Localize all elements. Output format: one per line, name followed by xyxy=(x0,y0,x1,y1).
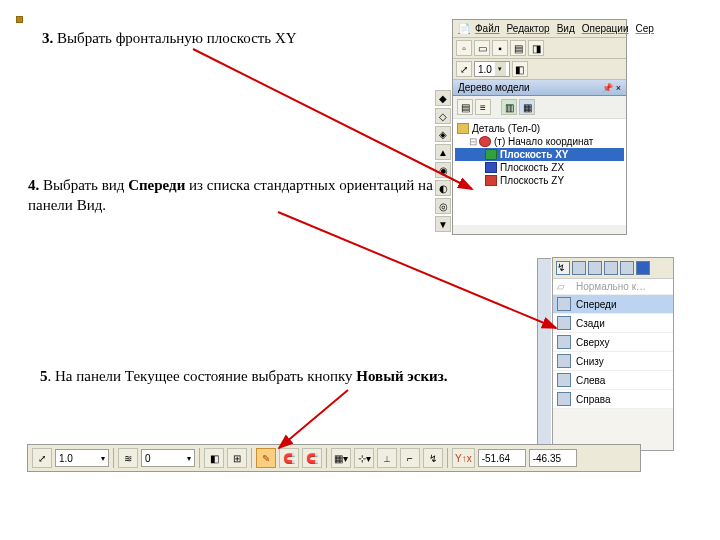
svg-line-0 xyxy=(193,49,472,189)
orientation-top[interactable]: Сверху xyxy=(553,333,673,352)
view-cube-icon[interactable] xyxy=(604,261,618,275)
save-icon[interactable]: ▪ xyxy=(492,40,508,56)
orientation-front[interactable]: Спереди xyxy=(553,295,673,314)
orientation-left[interactable]: Слева xyxy=(553,371,673,390)
axes-icon[interactable]: ↯ xyxy=(556,261,570,275)
lt-icon[interactable]: ◐ xyxy=(435,180,451,196)
panel-title: Дерево модели xyxy=(458,82,530,93)
view-cube-icon[interactable] xyxy=(572,261,586,275)
part-icon xyxy=(457,123,469,134)
svg-line-2 xyxy=(279,390,348,448)
menu-file[interactable]: Файл xyxy=(475,23,500,34)
lt-icon[interactable]: ◎ xyxy=(435,198,451,214)
orientation-bottom[interactable]: Снизу xyxy=(553,352,673,371)
plane-zy-icon xyxy=(485,175,497,186)
cube-icon xyxy=(557,392,571,406)
panel-controls[interactable]: 📌× xyxy=(599,82,621,93)
tool-icon[interactable]: ◧ xyxy=(512,61,528,77)
lt-icon[interactable]: ◈ xyxy=(435,126,451,142)
lt-icon[interactable]: ◉ xyxy=(435,162,451,178)
orientation-toolbar: ↯ xyxy=(553,258,673,279)
layer-combo[interactable]: 0▾ xyxy=(141,449,195,467)
new-sketch-button[interactable]: ✎ xyxy=(256,448,276,468)
grid-icon[interactable]: ▦▾ xyxy=(331,448,351,468)
step-3-text: 3. Выбрать фронтальную плоскость XY xyxy=(42,30,297,47)
tool-icon[interactable]: ⌐ xyxy=(400,448,420,468)
fit-icon[interactable]: ⤢ xyxy=(32,448,52,468)
plane-icon: ▱ xyxy=(557,281,571,292)
view-cube-icon[interactable] xyxy=(588,261,602,275)
fit-icon[interactable]: ⤢ xyxy=(456,61,472,77)
cube-icon xyxy=(557,335,571,349)
lt-icon[interactable]: ▼ xyxy=(435,216,451,232)
tool-icon[interactable]: ↯ xyxy=(423,448,443,468)
coords-icon[interactable]: Y↑x xyxy=(452,448,475,468)
magnet-on-icon[interactable]: 🧲 xyxy=(279,448,299,468)
tree-plane-zy[interactable]: Плоскость ZY xyxy=(455,174,624,187)
tool-icon[interactable]: ⊞ xyxy=(227,448,247,468)
lt-icon[interactable]: ◇ xyxy=(435,108,451,124)
orientation-normal: ▱ Нормально к… xyxy=(553,279,673,295)
tool-icon[interactable]: ◧ xyxy=(204,448,224,468)
tree-toolbar: ▤ ≡ ▥ ▦ xyxy=(453,96,626,119)
plane-xy-icon xyxy=(485,149,497,160)
tree-plane-zx[interactable]: Плоскость ZX xyxy=(455,161,624,174)
origin-icon xyxy=(479,136,491,147)
chevron-down-icon: ▾ xyxy=(495,62,506,76)
cube-icon xyxy=(557,316,571,330)
tree-origin[interactable]: ⊟ (т) Начало координат xyxy=(455,135,624,148)
orientation-list: ▱ Нормально к… Спереди Сзади Сверху Сниз… xyxy=(553,279,673,409)
preview-icon[interactable]: ◨ xyxy=(528,40,544,56)
step-3-num: 3. xyxy=(42,30,53,46)
menu-service[interactable]: Сер xyxy=(636,23,654,34)
orientation-screenshot: ↯ ▱ Нормально к… Спереди Сзади Сверху Сн… xyxy=(552,257,674,451)
step-4-num: 4. xyxy=(28,177,39,193)
orientation-back[interactable]: Сзади xyxy=(553,314,673,333)
orientation-scrollbar[interactable] xyxy=(537,258,551,452)
menubar: 📄 Файл Редактор Вид Операции Сер xyxy=(453,20,626,38)
cube-icon xyxy=(557,354,571,368)
tree-btn-3[interactable]: ▥ xyxy=(501,99,517,115)
step-5-num: 5 xyxy=(40,368,48,384)
tree-btn-2[interactable]: ≡ xyxy=(475,99,491,115)
tree-plane-xy[interactable]: Плоскость XY xyxy=(455,148,624,161)
x-readout: -51.64 xyxy=(478,449,526,467)
menu-edit[interactable]: Редактор xyxy=(507,23,550,34)
y-readout: -46.35 xyxy=(529,449,577,467)
menu-operations[interactable]: Операции xyxy=(582,23,629,34)
open-icon[interactable]: ▭ xyxy=(474,40,490,56)
step-4-text: 4. Выбрать вид Спереди из списка стандар… xyxy=(28,176,448,215)
zoom-combo[interactable]: 1.0▾ xyxy=(474,61,510,77)
view-cube-icon[interactable] xyxy=(620,261,634,275)
status-toolbar-screenshot: ⤢ 1.0▾ ≋ 0▾ ◧ ⊞ ✎ 🧲 🧲 ▦▾ ⊹▾ ⟂ ⌐ ↯ Y↑x -5… xyxy=(27,444,641,472)
step-5-text: 5. На панели Текущее состояние выбрать к… xyxy=(40,368,580,385)
orientation-right[interactable]: Справа xyxy=(553,390,673,409)
model-tree-screenshot: 📄 Файл Редактор Вид Операции Сер ▫ ▭ ▪ ▤… xyxy=(452,19,627,235)
lt-icon[interactable]: ◆ xyxy=(435,90,451,106)
tree-root[interactable]: Деталь (Тел-0) xyxy=(455,122,624,135)
plane-zx-icon xyxy=(485,162,497,173)
print-icon[interactable]: ▤ xyxy=(510,40,526,56)
main-toolbar: ▫ ▭ ▪ ▤ ◨ xyxy=(453,38,626,59)
model-tree: Деталь (Тел-0) ⊟ (т) Начало координат Пл… xyxy=(453,119,626,225)
left-toolbar: ◆ ◇ ◈ ▲ ◉ ◐ ◎ ▼ xyxy=(435,90,451,232)
cube-icon xyxy=(557,297,571,311)
cube-icon xyxy=(557,373,571,387)
tree-btn-1[interactable]: ▤ xyxy=(457,99,473,115)
zoom-combo[interactable]: 1.0▾ xyxy=(55,449,109,467)
snap-icon[interactable]: ⊹▾ xyxy=(354,448,374,468)
panel-header: Дерево модели 📌× xyxy=(453,80,626,96)
slide-bullet xyxy=(16,16,23,23)
new-icon[interactable]: ▫ xyxy=(456,40,472,56)
magnet-off-icon[interactable]: 🧲 xyxy=(302,448,322,468)
zoom-toolbar: ⤢ 1.0▾ ◧ xyxy=(453,59,626,80)
view-cube-icon[interactable] xyxy=(636,261,650,275)
layer-icon[interactable]: ≋ xyxy=(118,448,138,468)
tree-btn-4[interactable]: ▦ xyxy=(519,99,535,115)
lt-icon[interactable]: ▲ xyxy=(435,144,451,160)
menu-view[interactable]: Вид xyxy=(557,23,575,34)
tool-icon[interactable]: ⟂ xyxy=(377,448,397,468)
